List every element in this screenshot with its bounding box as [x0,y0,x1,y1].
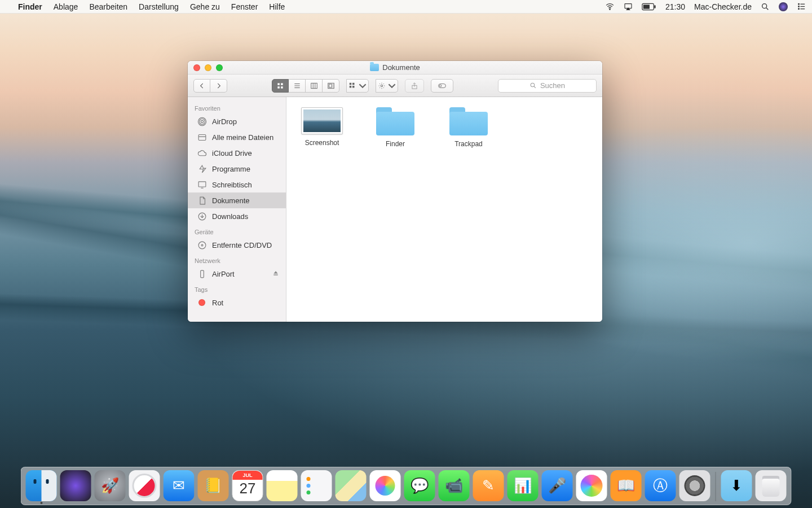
sidebar-item-remote-disc[interactable]: Entfernte CD/DVD [188,237,286,253]
menu-darstellung[interactable]: Darstellung [133,0,184,14]
svg-rect-10 [281,83,283,85]
dock-itunes[interactable] [576,470,607,501]
svg-rect-16 [350,82,352,85]
window-minimize-button[interactable] [205,64,211,71]
window-titlebar[interactable]: Dokumente [188,61,602,75]
calendar-month-label: JUL [233,471,263,480]
airplay-icon[interactable] [624,2,633,11]
svg-rect-9 [277,83,280,85]
file-item-finder-folder[interactable]: Finder [370,107,421,148]
battery-icon[interactable] [642,3,656,11]
documents-icon [197,195,207,205]
all-files-icon [197,132,207,142]
dock-finder[interactable] [26,470,57,501]
eject-icon[interactable] [272,270,279,278]
dock-facetime[interactable]: 📹 [439,470,470,501]
spotlight-icon[interactable] [761,2,770,11]
window-title: Dokumente [382,63,420,72]
dock-photos[interactable] [370,470,401,501]
dock-trash[interactable] [756,470,787,501]
dock-appstore[interactable]: Ⓐ [645,470,676,501]
sidebar-item-downloads[interactable]: Downloads [188,208,286,224]
dock-safari[interactable] [129,470,160,501]
dock-calendar[interactable]: JUL27 [232,470,263,501]
tag-red-icon [197,297,207,308]
svg-rect-19 [352,86,355,88]
search-field[interactable]: Suchen [498,79,597,93]
titlebar-folder-icon [370,64,379,71]
view-icons-button[interactable] [272,79,289,93]
cloud-icon [197,148,207,158]
arrange-button[interactable] [346,79,369,93]
sidebar-item-desktop[interactable]: Schreibtisch [188,177,286,192]
wifi-icon[interactable] [605,2,615,11]
forward-button[interactable] [210,79,227,93]
siri-menubar-icon[interactable] [779,2,788,11]
dock-maps[interactable] [336,470,367,501]
folder-icon [449,107,488,135]
file-label: Screenshot [305,139,339,147]
dock-launchpad[interactable]: 🚀 [95,470,126,501]
view-list-button[interactable] [289,79,306,93]
sidebar-item-airdrop[interactable]: AirDrop [188,113,286,129]
svg-rect-17 [352,82,355,85]
finder-content[interactable]: Screenshot Finder Trackpad [286,97,602,322]
share-button[interactable] [405,79,424,93]
sidebar-item-tag-rot[interactable]: Rot [188,295,286,310]
disc-icon [197,240,207,250]
dock-downloads-stack[interactable]: ⬇︎ [721,470,752,501]
dock-numbers[interactable]: 📊 [508,470,539,501]
svg-rect-11 [277,86,280,89]
airdrop-icon [197,116,207,126]
dock-keynote[interactable]: 🎤 [542,470,573,501]
file-item-screenshot[interactable]: Screenshot [297,107,347,147]
dock-reminders[interactable] [301,470,332,501]
window-zoom-button[interactable] [216,64,223,71]
finder-sidebar: Favoriten AirDrop Alle meine Dateien iCl… [188,97,286,322]
view-gallery-button[interactable] [323,79,339,93]
back-button[interactable] [193,79,210,93]
tags-button[interactable] [431,79,453,93]
action-button[interactable] [376,79,398,93]
menu-bearbeiten[interactable]: Bearbeiten [83,0,133,14]
svg-point-32 [201,244,203,246]
menu-fenster[interactable]: Fenster [226,0,263,14]
calendar-day-label: 27 [240,480,256,497]
dock-system-preferences[interactable] [679,470,710,501]
sidebar-item-documents[interactable]: Dokumente [188,192,286,208]
menu-gehe-zu[interactable]: Gehe zu [184,0,226,14]
notification-center-icon[interactable] [797,2,806,11]
sidebar-item-applications[interactable]: Programme [188,161,286,177]
view-columns-button[interactable] [306,79,323,93]
svg-point-5 [762,3,767,8]
sidebar-heading-tags: Tags [188,282,286,295]
airport-icon [197,269,207,279]
svg-point-31 [198,242,206,249]
svg-point-7 [798,6,800,7]
sidebar-item-icloud-drive[interactable]: iCloud Drive [188,145,286,161]
svg-rect-15 [329,84,332,87]
svg-rect-28 [198,134,206,140]
file-label: Finder [386,140,405,148]
sidebar-item-airport[interactable]: AirPort [188,266,286,282]
file-item-trackpad-folder[interactable]: Trackpad [443,107,494,148]
dock-pages[interactable]: ✎ [473,470,504,501]
dock-notes[interactable] [267,470,298,501]
menubar: Finder Ablage Bearbeiten Darstellung Geh… [0,0,812,14]
dock-siri[interactable] [60,470,91,501]
svg-point-6 [798,3,800,5]
dock-mail[interactable]: ✉︎ [164,470,195,501]
menu-ablage[interactable]: Ablage [48,0,84,14]
svg-point-25 [201,120,203,122]
downloads-icon [197,211,207,221]
window-close-button[interactable] [193,64,200,71]
menu-hilfe[interactable]: Hilfe [263,0,290,14]
menubar-app-name[interactable]: Finder [12,0,48,14]
dock-contacts[interactable]: 📒 [198,470,229,501]
svg-rect-3 [643,5,650,8]
dock-ibooks[interactable]: 📖 [611,470,642,501]
applications-icon [197,164,207,174]
dock-messages[interactable]: 💬 [404,470,435,501]
menubar-clock[interactable]: 21:30 [665,2,685,11]
sidebar-item-all-my-files[interactable]: Alle meine Dateien [188,129,286,145]
